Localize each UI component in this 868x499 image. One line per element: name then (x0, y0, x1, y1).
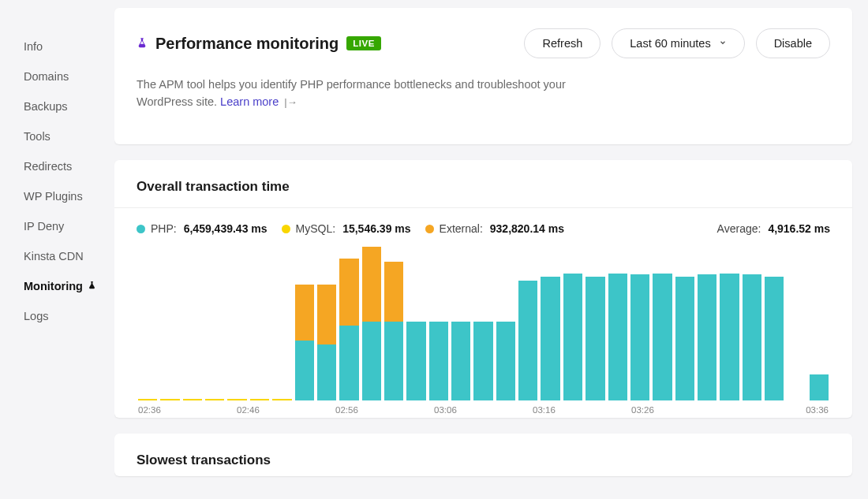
legend-mysql: MySQL: 15,546.39 ms (282, 222, 411, 235)
chart-bar (496, 322, 515, 400)
dot-icon (282, 225, 290, 233)
chart-bar (720, 274, 739, 401)
chart-bar (295, 285, 314, 401)
time-range-dropdown[interactable]: Last 60 minutes (612, 28, 744, 58)
chart-bar (451, 322, 470, 400)
legend-php: PHP: 6,459,439.43 ms (137, 222, 268, 235)
axis-tick: 03:26 (631, 405, 730, 415)
axis-tick: 03:36 (730, 405, 829, 415)
chart-bar (362, 247, 381, 400)
refresh-button[interactable]: Refresh (524, 28, 600, 58)
chart-bar (384, 262, 403, 400)
chart-bar (675, 277, 694, 400)
chart-title: Overall transaction time (137, 179, 830, 195)
sidebar-item-kinsta-cdn[interactable]: Kinsta CDN (24, 241, 114, 271)
sidebar-item-wp-plugins[interactable]: WP Plugins (24, 181, 114, 211)
sidebar-item-monitoring[interactable]: Monitoring (24, 271, 114, 301)
axis-tick: 02:56 (335, 405, 434, 415)
disable-button[interactable]: Disable (756, 28, 830, 58)
dot-icon (137, 225, 145, 233)
description: The APM tool helps you identify PHP perf… (137, 76, 578, 111)
axis-tick: 02:36 (138, 405, 237, 415)
chevron-down-icon (719, 39, 727, 48)
chart-bar (317, 285, 336, 401)
header-card: Performance monitoring LIVE Refresh Last… (114, 8, 852, 144)
flask-icon (137, 36, 148, 51)
chart-bar (541, 277, 559, 400)
sidebar-item-domains[interactable]: Domains (24, 61, 114, 91)
chart-bar (765, 277, 784, 400)
chart-bar (138, 399, 157, 401)
sidebar-item-info[interactable]: Info (24, 32, 114, 61)
chart-bar (250, 399, 269, 401)
axis-tick: 02:46 (237, 405, 335, 415)
axis-tick: 03:06 (434, 405, 533, 415)
legend-external: External: 932,820.14 ms (425, 222, 564, 235)
chart-bar (586, 277, 604, 400)
chart-bar (473, 322, 492, 400)
sidebar-item-logs[interactable]: Logs (24, 301, 114, 331)
chart-bar (406, 322, 425, 400)
axis-tick: 03:16 (533, 405, 631, 415)
chart-bar (429, 322, 448, 400)
chart-bar (698, 274, 716, 400)
live-badge: LIVE (346, 36, 381, 50)
slowest-title: Slowest transactions (137, 452, 830, 468)
chart-x-axis: 02:3602:4602:5603:0603:1603:2603:36 (137, 400, 830, 415)
dot-icon (425, 225, 434, 233)
sidebar-item-redirects[interactable]: Redirects (24, 151, 114, 181)
chart-card: Overall transaction time PHP: 6,459,439.… (114, 160, 852, 418)
chart-bar (227, 399, 246, 401)
chart-bar (518, 281, 537, 400)
chart-bar (339, 259, 358, 401)
chart-bar (653, 274, 672, 401)
chart-bar (272, 399, 291, 401)
chart-legend: PHP: 6,459,439.43 ms MySQL: 15,546.39 ms… (137, 222, 830, 235)
chart-bar (743, 274, 761, 400)
learn-more-link[interactable]: Learn more (220, 95, 279, 108)
chart-bar (205, 399, 224, 401)
sidebar: InfoDomainsBackupsToolsRedirectsWP Plugi… (0, 0, 114, 499)
sidebar-item-backups[interactable]: Backups (24, 91, 114, 121)
page-title: Performance monitoring (155, 35, 339, 53)
chart-bar (563, 274, 582, 401)
sidebar-item-ip-deny[interactable]: IP Deny (24, 211, 114, 241)
chart-bar (608, 274, 627, 401)
slowest-card: Slowest transactions (114, 434, 852, 476)
stacked-bar-chart (137, 243, 830, 400)
external-link-icon: |→ (284, 96, 297, 108)
main: Performance monitoring LIVE Refresh Last… (114, 0, 868, 499)
chart-bar (630, 274, 649, 400)
sidebar-item-tools[interactable]: Tools (24, 121, 114, 151)
chart-bar (810, 374, 829, 400)
chart-bar (160, 399, 179, 401)
chart-bar (183, 399, 202, 401)
flask-icon (88, 280, 96, 292)
legend-average: Average: 4,916.52 ms (717, 222, 830, 235)
